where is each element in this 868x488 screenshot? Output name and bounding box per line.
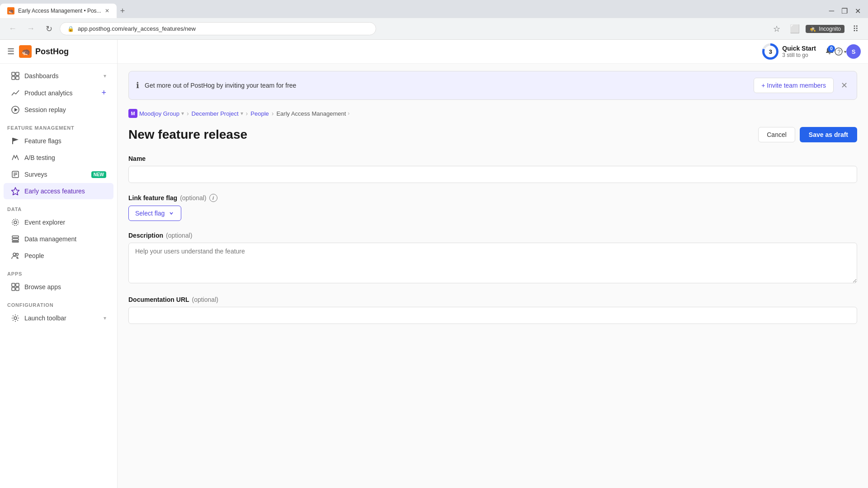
breadcrumb-project-label: December Project: [192, 110, 239, 117]
sidebar-item-ab-testing[interactable]: A/B testing: [4, 150, 113, 166]
bookmark-button[interactable]: ☆: [769, 22, 784, 36]
invite-team-button[interactable]: + Invite team members: [754, 78, 834, 93]
user-avatar[interactable]: S: [846, 44, 861, 59]
select-flag-chevron-icon: [168, 210, 175, 216]
svg-rect-19: [12, 241, 19, 242]
ab-testing-label: A/B testing: [24, 154, 106, 161]
app-container: ☰ 🦔 PostHog Dashboards ▾: [0, 40, 868, 488]
sidebar-item-launch-toolbar[interactable]: Launch toolbar ▾: [4, 310, 113, 326]
incognito-label: Incognito: [819, 26, 841, 32]
sidebar-item-surveys[interactable]: Surveys NEW: [4, 166, 113, 183]
svg-rect-2: [12, 72, 15, 75]
surveys-icon: [11, 170, 20, 179]
hamburger-button[interactable]: ☰: [7, 47, 14, 56]
name-label: Name: [128, 155, 857, 162]
description-optional-text: (optional): [166, 232, 192, 239]
doc-url-input[interactable]: [128, 307, 857, 324]
header-actions: Cancel Save as draft: [758, 127, 857, 142]
project-dropdown-icon: ▾: [241, 110, 243, 117]
refresh-button[interactable]: ↻: [42, 22, 56, 36]
org-dropdown-icon: ▾: [181, 110, 184, 117]
link-flag-section: Link feature flag (optional) i Select fl…: [128, 194, 857, 221]
ab-testing-icon: [11, 153, 20, 162]
minimize-button[interactable]: ─: [826, 5, 838, 17]
org-icon: M: [128, 109, 137, 118]
svg-point-15: [14, 221, 17, 224]
browse-apps-icon: [11, 282, 20, 291]
svg-rect-24: [12, 287, 15, 291]
save-draft-button[interactable]: Save as draft: [800, 127, 857, 142]
product-analytics-icon: [11, 89, 20, 98]
breadcrumb-people-label: People: [250, 110, 269, 117]
quick-start-title: Quick Start: [782, 45, 816, 52]
description-textarea[interactable]: [128, 243, 857, 283]
svg-rect-22: [12, 283, 15, 286]
description-label: Description (optional): [128, 232, 857, 239]
surveys-new-badge: NEW: [91, 171, 106, 178]
toolbar-actions: ☆ ⬜ 🕵 Incognito ⠿: [769, 22, 863, 36]
main-content: 3 Quick Start 3 still to go 0 ? ▾ S ℹ Ge…: [118, 40, 868, 488]
launch-toolbar-arrow-icon: ▾: [104, 315, 106, 321]
sidebar-item-event-explorer[interactable]: Event explorer: [4, 214, 113, 230]
banner-text: Get more out of PostHog by inviting your…: [145, 82, 748, 89]
name-section: Name: [128, 155, 857, 183]
cancel-button[interactable]: Cancel: [758, 127, 795, 142]
svg-rect-5: [16, 76, 19, 80]
link-flag-info-icon[interactable]: i: [209, 194, 217, 202]
window-controls: ─ ❐ ✕: [826, 5, 868, 17]
feature-management-section-header: FEATURE MANAGEMENT: [0, 122, 117, 132]
feature-flags-icon: [11, 136, 20, 145]
doc-url-label-text: Documentation URL: [128, 296, 189, 303]
feature-flags-label: Feature flags: [24, 137, 106, 145]
select-flag-button[interactable]: Select flag: [128, 206, 181, 221]
notification-count: 0: [828, 45, 835, 52]
description-section: Description (optional): [128, 232, 857, 285]
product-analytics-plus-icon: +: [101, 88, 106, 98]
help-button[interactable]: ? ▾: [834, 47, 846, 56]
sidebar-item-browse-apps[interactable]: Browse apps: [4, 279, 113, 295]
early-access-icon: [11, 187, 20, 196]
early-access-label: Early access features: [24, 188, 106, 195]
sidebar-navigation: Dashboards ▾ Product analytics + Session…: [0, 64, 117, 488]
configuration-section-header: CONFIGURATION: [0, 299, 117, 310]
address-bar[interactable]: 🔒 app.posthog.com/early_access_features/…: [60, 22, 376, 35]
notifications-button[interactable]: 0: [825, 46, 834, 57]
back-button[interactable]: ←: [5, 22, 20, 36]
svg-rect-23: [16, 283, 19, 286]
banner-close-button[interactable]: ✕: [839, 79, 849, 92]
sidebar-item-dashboards[interactable]: Dashboards ▾: [4, 68, 113, 84]
data-section-header: DATA: [0, 203, 117, 214]
svg-text:🦔: 🦔: [21, 47, 30, 56]
new-tab-button[interactable]: +: [117, 6, 129, 16]
close-tab-icon[interactable]: ✕: [105, 8, 109, 14]
extensions-button[interactable]: ⠿: [848, 22, 863, 36]
cast-button[interactable]: ⬜: [788, 22, 802, 36]
breadcrumb-org-label: Moodjoy Group: [139, 110, 179, 117]
quick-start-widget[interactable]: 3 Quick Start 3 still to go: [762, 43, 816, 60]
people-label: People: [24, 252, 106, 259]
restore-button[interactable]: ❐: [838, 5, 851, 17]
quick-start-text: Quick Start 3 still to go: [782, 45, 816, 58]
sidebar-item-data-management[interactable]: Data management: [4, 231, 113, 247]
breadcrumb-people[interactable]: People: [250, 110, 269, 117]
event-explorer-label: Event explorer: [24, 219, 106, 226]
forward-button[interactable]: →: [24, 22, 38, 36]
sidebar-item-early-access-features[interactable]: Early access features: [4, 183, 113, 199]
name-label-text: Name: [128, 155, 146, 162]
breadcrumb-org[interactable]: M Moodjoy Group ▾: [128, 109, 184, 118]
people-icon: [11, 251, 20, 260]
name-input[interactable]: [128, 166, 857, 183]
sidebar-item-people[interactable]: People: [4, 248, 113, 264]
svg-rect-8: [12, 138, 13, 144]
close-button[interactable]: ✕: [851, 5, 864, 17]
sidebar-item-product-analytics[interactable]: Product analytics +: [4, 84, 113, 101]
sidebar-item-feature-flags[interactable]: Feature flags: [4, 133, 113, 149]
data-management-icon: [11, 235, 20, 244]
session-replay-label: Session replay: [24, 106, 106, 113]
invite-team-banner: ℹ Get more out of PostHog by inviting yo…: [128, 71, 857, 100]
logo-icon: 🦔: [19, 45, 32, 58]
browser-tab-active[interactable]: 🦔 Early Access Management • Pos... ✕: [0, 4, 117, 18]
breadcrumb-project[interactable]: December Project ▾: [192, 110, 243, 117]
data-management-label: Data management: [24, 235, 106, 243]
sidebar-item-session-replay[interactable]: Session replay: [4, 102, 113, 118]
